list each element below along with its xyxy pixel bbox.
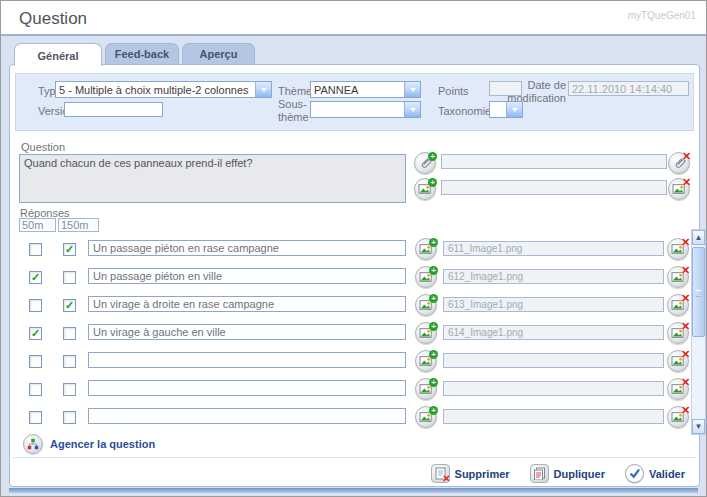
response-checkbox-50m[interactable]: ✓ bbox=[29, 271, 42, 284]
response-image-remove-button[interactable]: ✕ bbox=[667, 322, 689, 344]
tab-apercu[interactable]: Aperçu bbox=[182, 43, 255, 64]
response-checkbox-150m[interactable] bbox=[63, 355, 76, 368]
delete-label: Supprimer bbox=[455, 468, 510, 480]
response-image-add-button[interactable]: + bbox=[415, 238, 437, 260]
window-header: Question myTQueGen01 bbox=[1, 1, 706, 34]
response-image-filename bbox=[443, 297, 664, 312]
remove-badge-icon: ✕ bbox=[681, 266, 690, 275]
response-image-add-button[interactable]: + bbox=[415, 322, 437, 344]
question-attachment-input[interactable] bbox=[441, 154, 667, 169]
response-image-add-button[interactable]: + bbox=[415, 350, 437, 372]
question-image-input[interactable] bbox=[441, 180, 667, 195]
response-text-input[interactable] bbox=[88, 352, 406, 368]
arrange-question-label: Agencer la question bbox=[50, 438, 155, 450]
response-image-remove-button[interactable]: ✕ bbox=[667, 238, 689, 260]
red-x-icon: ✕ bbox=[442, 473, 450, 484]
response-image-remove-button[interactable]: ✕ bbox=[667, 406, 689, 428]
validate-label: Valider bbox=[649, 468, 685, 480]
theme-select[interactable]: PANNEA bbox=[310, 81, 421, 98]
response-text-input[interactable] bbox=[88, 268, 406, 284]
question-image-add-button[interactable]: + bbox=[414, 178, 436, 200]
response-image-add-button[interactable]: + bbox=[415, 266, 437, 288]
bottom-accent-bar bbox=[9, 488, 698, 493]
footer-actions: ✕ Supprimer Dupliquer bbox=[431, 464, 685, 483]
chevron-down-icon[interactable] bbox=[506, 102, 522, 117]
attach-add-button[interactable]: + bbox=[414, 152, 436, 174]
chevron-down-icon[interactable] bbox=[255, 82, 271, 97]
response-checkbox-50m[interactable] bbox=[29, 299, 42, 312]
question-textarea[interactable]: Quand chacun de ces panneaux prend-il ef… bbox=[19, 154, 406, 203]
response-checkbox-150m[interactable] bbox=[63, 411, 76, 424]
remove-badge-icon: ✕ bbox=[681, 406, 690, 415]
response-row: ✓ + ✕ bbox=[10, 292, 699, 320]
remove-badge-icon: ✕ bbox=[681, 294, 690, 303]
plus-badge-icon: + bbox=[429, 294, 438, 303]
tab-feedback[interactable]: Feed-back bbox=[105, 43, 179, 64]
page-title: Question bbox=[19, 9, 87, 29]
scroll-down-icon[interactable]: ▼ bbox=[692, 419, 705, 434]
question-image-remove-button[interactable]: ✕ bbox=[668, 178, 690, 200]
points-label: Points bbox=[438, 85, 469, 97]
plus-badge-icon: + bbox=[429, 322, 438, 331]
response-image-add-button[interactable]: + bbox=[415, 378, 437, 400]
response-image-filename bbox=[443, 325, 664, 340]
response-checkbox-50m[interactable] bbox=[29, 243, 42, 256]
response-checkbox-150m[interactable]: ✓ bbox=[63, 299, 76, 312]
response-image-add-button[interactable]: + bbox=[415, 406, 437, 428]
delete-button[interactable]: ✕ Supprimer bbox=[431, 464, 510, 483]
theme-select-value: PANNEA bbox=[311, 84, 404, 96]
scroll-up-icon[interactable]: ▲ bbox=[692, 230, 705, 245]
response-checkbox-150m[interactable]: ✓ bbox=[63, 243, 76, 256]
response-row: + ✕ bbox=[10, 404, 699, 432]
column-header-50m[interactable]: 50m bbox=[19, 218, 56, 232]
duplicate-button[interactable]: Dupliquer bbox=[530, 464, 605, 483]
responses-scrollbar[interactable]: ▲ ▼ bbox=[691, 229, 706, 435]
response-checkbox-50m[interactable] bbox=[29, 383, 42, 396]
validate-button[interactable]: Valider bbox=[625, 464, 685, 483]
type-select[interactable]: 5 - Multiple à choix multiple-2 colonnes bbox=[55, 81, 272, 98]
tab-general[interactable]: Général bbox=[14, 43, 102, 66]
response-image-remove-button[interactable]: ✕ bbox=[667, 266, 689, 288]
response-checkbox-150m[interactable] bbox=[63, 327, 76, 340]
main-panel: Type 5 - Multiple à choix multiple-2 col… bbox=[9, 64, 700, 487]
soustheme-label: Sous- thème bbox=[278, 98, 309, 124]
response-text-input[interactable] bbox=[88, 240, 406, 256]
remove-badge-icon: ✕ bbox=[682, 178, 691, 187]
remove-badge-icon: ✕ bbox=[682, 152, 691, 161]
remove-badge-icon: ✕ bbox=[681, 238, 690, 247]
arrange-question-button[interactable]: Agencer la question bbox=[23, 434, 155, 454]
version-input[interactable] bbox=[64, 102, 163, 117]
response-image-remove-button[interactable]: ✕ bbox=[667, 350, 689, 372]
blue-check-icon bbox=[625, 464, 644, 483]
response-checkbox-150m[interactable] bbox=[63, 271, 76, 284]
duplicate-document-icon bbox=[530, 464, 549, 483]
response-text-input[interactable] bbox=[88, 408, 406, 424]
response-image-remove-button[interactable]: ✕ bbox=[667, 294, 689, 316]
taxonomie-select[interactable] bbox=[489, 101, 523, 118]
scrollbar-thumb[interactable] bbox=[692, 247, 705, 337]
response-image-remove-button[interactable]: ✕ bbox=[667, 378, 689, 400]
column-header-150m[interactable]: 150m bbox=[58, 218, 99, 232]
responses-rows: ✓ + ✕ ✓ bbox=[10, 236, 699, 432]
type-select-value: 5 - Multiple à choix multiple-2 colonnes bbox=[56, 84, 255, 96]
response-image-add-button[interactable]: + bbox=[415, 294, 437, 316]
response-checkbox-50m[interactable] bbox=[29, 411, 42, 424]
chevron-down-icon[interactable] bbox=[404, 102, 420, 117]
response-checkbox-50m[interactable]: ✓ bbox=[29, 327, 42, 340]
plus-badge-icon: + bbox=[429, 406, 438, 415]
soustheme-select[interactable] bbox=[310, 101, 421, 118]
plus-badge-icon: + bbox=[429, 378, 438, 387]
response-text-input[interactable] bbox=[88, 296, 406, 312]
plus-badge-icon: + bbox=[429, 266, 438, 275]
attach-remove-button[interactable]: ✕ bbox=[668, 152, 690, 174]
remove-badge-icon: ✕ bbox=[681, 322, 690, 331]
response-checkbox-150m[interactable] bbox=[63, 383, 76, 396]
response-row: ✓ + ✕ bbox=[10, 264, 699, 292]
chevron-down-icon[interactable] bbox=[404, 82, 420, 97]
response-text-input[interactable] bbox=[88, 324, 406, 340]
response-row: ✓ + ✕ bbox=[10, 236, 699, 264]
theme-label: Thème bbox=[278, 85, 312, 97]
response-text-input[interactable] bbox=[88, 380, 406, 396]
duplicate-label: Dupliquer bbox=[554, 468, 605, 480]
response-checkbox-50m[interactable] bbox=[29, 355, 42, 368]
